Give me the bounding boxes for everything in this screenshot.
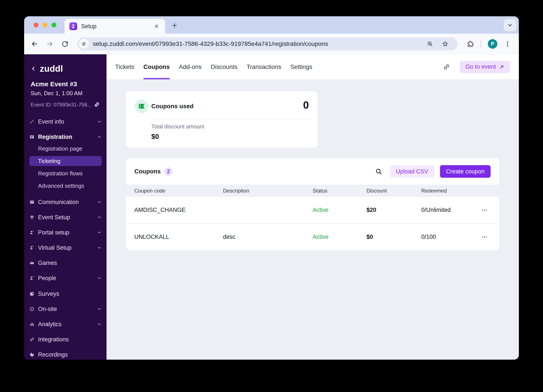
logo-row[interactable]: zuddl	[31, 63, 100, 74]
main-area: Tickets Coupons Add-ons Discounts Transa…	[107, 54, 519, 360]
sidebar-item-integrations[interactable]: Integrations	[29, 334, 102, 344]
sidebar-item-people[interactable]: People	[29, 273, 102, 283]
coupons-content: Coupons used 0 Total discount amount $0 …	[107, 79, 519, 360]
chevron-down-icon	[97, 215, 102, 220]
sidebar-item-virtual-setup[interactable]: Virtual Setup	[29, 243, 102, 253]
sidebar-item-registration-flows[interactable]: Registration flows	[29, 168, 102, 178]
event-id-row: Event ID: 07993e31-758...	[31, 101, 100, 108]
minimize-window-button[interactable]	[43, 22, 47, 27]
registration-tab-bar: Tickets Coupons Add-ons Discounts Transa…	[107, 54, 519, 79]
event-date: Sun, Dec 1, 1:00 AM	[31, 90, 100, 97]
profile-avatar[interactable]: P	[488, 39, 497, 49]
recording-icon	[29, 352, 34, 357]
sidebar-item-portal-setup[interactable]: Portal setup	[29, 228, 102, 237]
sidebar-item-advanced-settings[interactable]: Advanced settings	[29, 181, 102, 191]
site-info-icon[interactable]	[79, 39, 89, 49]
sidebar-item-surveys[interactable]: Surveys	[29, 289, 102, 299]
reload-button[interactable]	[61, 39, 69, 48]
sidebar-item-label: Advanced settings	[38, 183, 84, 189]
forward-button[interactable]	[45, 39, 54, 48]
tab-discounts[interactable]: Discounts	[211, 54, 237, 79]
sidebar-item-event-info[interactable]: Event info	[29, 117, 102, 127]
sidebar-item-label: Registration page	[38, 145, 82, 152]
sidebar-item-label: Registration	[38, 134, 72, 140]
tab-transactions[interactable]: Transactions	[247, 54, 281, 79]
back-button[interactable]	[30, 39, 39, 48]
sidebar-item-recordings[interactable]: Recordings	[29, 350, 102, 360]
sidebar-item-label: Portal setup	[38, 229, 69, 236]
extensions-icon[interactable]	[466, 40, 474, 48]
create-coupon-button[interactable]: Create coupon	[440, 165, 491, 178]
browser-tab[interactable]: 2 Setup	[65, 19, 165, 34]
coupons-count-badge: 2	[164, 167, 173, 176]
tab-search-chevron-button[interactable]	[504, 19, 516, 31]
coupons-actions: Upload CSV Create coupon	[375, 165, 491, 178]
sidebar-item-label: Games	[38, 260, 57, 266]
close-window-button[interactable]	[34, 22, 39, 27]
address-bar[interactable]: setup.zuddl.com/event/07993e31-7586-4329…	[77, 37, 458, 50]
link-icon	[29, 337, 34, 342]
tab-settings[interactable]: Settings	[290, 54, 312, 79]
maximize-window-button[interactable]	[51, 22, 56, 27]
col-status: Status	[313, 188, 367, 194]
sidebar-item-on-site[interactable]: On-site	[29, 304, 102, 314]
go-to-event-button[interactable]: Go to event	[460, 61, 510, 73]
cell-status: Active	[313, 207, 367, 213]
bar-chart-icon	[29, 322, 34, 327]
table-row[interactable]: UNLOCKALL desc Active $0 0/100	[126, 223, 499, 250]
table-row[interactable]: AMDISC_CHANGE Active $20 0/Unlimited	[126, 197, 499, 223]
search-icon[interactable]	[375, 168, 382, 175]
tab-add-ons[interactable]: Add-ons	[179, 54, 202, 79]
sidebar-item-label: People	[38, 275, 56, 282]
sidebar-item-ticketing[interactable]: Ticketing	[29, 156, 102, 166]
event-id: Event ID: 07993e31-758...	[31, 102, 91, 108]
sidebar-item-label: Recordings	[38, 351, 68, 358]
coupons-table-card: Coupons 2 Upload CSV Create coupon Coupo…	[126, 158, 499, 250]
sidebar-item-label: Communication	[38, 199, 79, 206]
registration-card-icon	[29, 134, 34, 140]
sidebar-item-communication[interactable]: Communication	[29, 197, 102, 207]
zuddl-logo: zuddl	[40, 64, 63, 74]
browser-menu-icon[interactable]	[504, 40, 511, 48]
toolbar-separator	[481, 40, 481, 47]
tabs: Tickets Coupons Add-ons Discounts Transa…	[115, 54, 312, 79]
topnav-right: Go to event	[443, 61, 510, 73]
url-text[interactable]: setup.zuddl.com/event/07993e31-7586-4329…	[93, 40, 328, 47]
sidebar-item-label: Surveys	[38, 291, 59, 297]
sidebar-item-games[interactable]: Games	[29, 258, 102, 268]
bookmark-star-icon[interactable]	[442, 41, 448, 47]
crown-icon	[29, 260, 34, 266]
cell-coupon-code: UNLOCKALL	[134, 234, 223, 240]
tab-tickets[interactable]: Tickets	[115, 54, 134, 79]
sidebar-item-label: Analytics	[38, 321, 62, 328]
sidebar-item-label: Event Setup	[38, 214, 70, 221]
row-menu-icon[interactable]	[481, 207, 499, 214]
coupons-title: Coupons	[134, 168, 161, 175]
col-coupon-code: Coupon code	[134, 188, 223, 194]
copy-icon[interactable]	[93, 101, 100, 108]
person-icon	[29, 230, 34, 235]
zuddl-favicon-icon: 2	[69, 22, 77, 30]
row-menu-icon[interactable]	[481, 234, 499, 241]
stat-title: Coupons used	[151, 103, 193, 110]
zoom-out-icon[interactable]	[427, 41, 433, 47]
tab-close-icon[interactable]	[153, 22, 160, 30]
cell-description: desc	[223, 234, 313, 240]
sidebar-item-label: Event info	[38, 118, 64, 125]
sidebar-item-label: Integrations	[38, 336, 69, 343]
sidebar-item-event-setup[interactable]: Event Setup	[29, 212, 102, 222]
upload-csv-button[interactable]: Upload CSV	[390, 165, 434, 178]
copy-link-icon[interactable]	[443, 63, 450, 71]
external-arrow-icon	[499, 64, 504, 70]
wand-icon	[29, 119, 34, 124]
coupons-table-header: Coupons 2 Upload CSV Create coupon	[126, 158, 499, 185]
tab-title: Setup	[81, 23, 153, 30]
sidebar-item-registration[interactable]: Registration	[29, 132, 102, 142]
chevron-left-icon[interactable]	[31, 66, 36, 72]
new-tab-button[interactable]	[170, 21, 179, 30]
sidebar: zuddl Acme Event #3 Sun, Dec 1, 1:00 AM …	[24, 54, 107, 360]
sidebar-item-registration-page[interactable]: Registration page	[29, 144, 102, 154]
sidebar-item-analytics[interactable]: Analytics	[29, 319, 102, 329]
tab-coupons[interactable]: Coupons	[143, 54, 170, 79]
browser-window: 2 Setup setup.zuddl.com/event/07993e3	[24, 16, 519, 360]
